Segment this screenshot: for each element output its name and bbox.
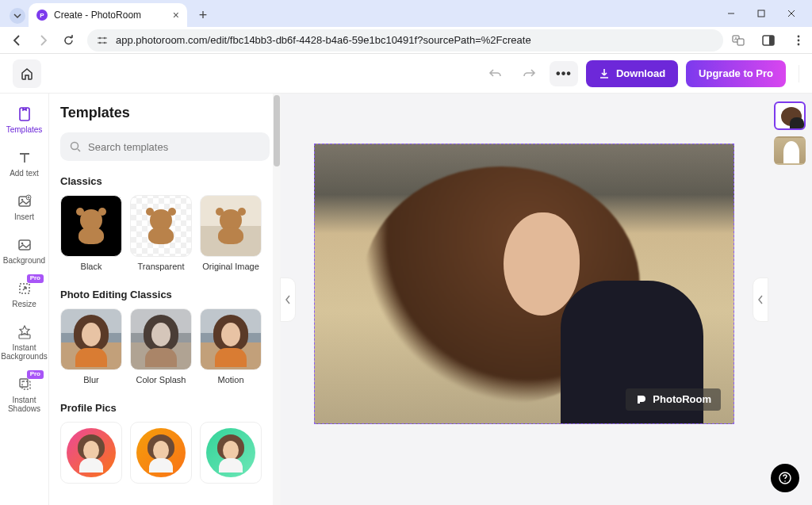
search-input[interactable]	[88, 141, 260, 153]
svg-point-13	[798, 35, 800, 37]
url-text: app.photoroom.com/edit/fbc14bb3-db6f-442…	[116, 34, 715, 46]
section-profile-title: Profile Pics	[60, 402, 270, 414]
svg-rect-1	[758, 10, 764, 17]
divider	[799, 65, 799, 82]
canvas-area[interactable]: PhotoRoom	[281, 94, 768, 505]
more-button[interactable]: •••	[550, 61, 578, 86]
redo-button[interactable]	[516, 61, 542, 86]
upgrade-label: Upgrade to Pro	[699, 67, 773, 79]
template-profile-3[interactable]	[200, 422, 262, 484]
template-motion[interactable]: Motion	[200, 308, 262, 397]
help-button[interactable]	[771, 464, 799, 492]
site-settings-icon[interactable]	[95, 33, 109, 48]
maximize-button[interactable]	[747, 3, 776, 24]
canvas[interactable]: PhotoRoom	[314, 143, 734, 424]
rail-label: Insert	[14, 212, 34, 221]
tab-title: Create - PhotoRoom	[54, 10, 167, 21]
panel-title: Templates	[60, 105, 270, 121]
template-profile-2[interactable]	[130, 422, 192, 484]
svg-rect-9	[737, 39, 744, 45]
translate-icon[interactable]: A	[731, 33, 745, 48]
new-tab-button[interactable]: +	[195, 7, 211, 24]
forward-button[interactable]	[32, 29, 54, 52]
search-box[interactable]	[60, 132, 270, 161]
left-rail: Templates Add text Insert Background Pro…	[0, 94, 49, 505]
search-icon	[70, 141, 82, 153]
back-button[interactable]	[6, 29, 29, 52]
topbar: ••• Download Upgrade to Pro	[0, 54, 812, 94]
upgrade-button[interactable]: Upgrade to Pro	[686, 60, 786, 87]
rail-label: Add text	[10, 169, 39, 178]
svg-line-27	[78, 149, 80, 151]
tab-strip: P Create - PhotoRoom × +	[0, 0, 812, 27]
svg-point-29	[784, 480, 786, 482]
layers-panel	[768, 94, 812, 505]
rail-instant-shadows[interactable]: Pro Instant Shadows	[0, 369, 48, 421]
templates-panel: Templates Classics Black Transparent	[49, 94, 281, 505]
svg-rect-25	[22, 381, 30, 389]
svg-point-21	[21, 243, 23, 245]
rail-label: Resize	[12, 300, 36, 308]
collapse-panel-button[interactable]	[280, 277, 296, 322]
close-icon[interactable]: ×	[173, 9, 179, 21]
template-original[interactable]: Original Image	[200, 195, 262, 284]
rail-add-text[interactable]: Add text	[0, 142, 48, 186]
svg-rect-23	[19, 335, 30, 339]
url-box[interactable]: app.photoroom.com/edit/fbc14bb3-db6f-442…	[87, 29, 723, 52]
app: ••• Download Upgrade to Pro Templates Ad…	[0, 54, 812, 505]
background-icon	[17, 237, 33, 253]
templates-icon	[17, 106, 33, 122]
rail-label: Instant Backgrounds	[1, 343, 47, 361]
browser-menu-icon[interactable]	[791, 33, 806, 48]
insert-icon	[17, 193, 33, 209]
rail-templates[interactable]: Templates	[0, 98, 48, 142]
template-profile-1[interactable]	[60, 422, 122, 484]
pro-badge: Pro	[27, 370, 44, 379]
pro-badge: Pro	[27, 274, 44, 283]
template-blur[interactable]: Blur	[60, 308, 122, 397]
rail-resize[interactable]: Pro Resize	[0, 273, 48, 316]
download-label: Download	[616, 67, 665, 79]
layer-foreground[interactable]	[774, 101, 806, 130]
rail-background[interactable]: Background	[0, 229, 48, 273]
browser-tab[interactable]: P Create - PhotoRoom ×	[29, 3, 187, 27]
layer-background[interactable]	[774, 136, 806, 165]
svg-text:A: A	[734, 36, 737, 41]
svg-point-15	[798, 43, 800, 45]
template-black[interactable]: Black	[60, 195, 122, 284]
minimize-button[interactable]	[717, 3, 745, 24]
rail-label: Instant Shadows	[2, 396, 47, 413]
svg-point-18	[21, 199, 23, 201]
template-transparent[interactable]: Transparent	[130, 195, 192, 284]
rail-label: Templates	[6, 125, 43, 134]
download-icon	[599, 68, 610, 79]
shadows-icon	[17, 377, 33, 392]
home-button[interactable]	[13, 59, 41, 88]
rail-insert[interactable]: Insert	[0, 186, 48, 229]
address-bar: app.photoroom.com/edit/fbc14bb3-db6f-442…	[0, 27, 812, 54]
section-photo-editing-title: Photo Editing Classics	[60, 289, 270, 300]
svg-rect-24	[20, 379, 28, 387]
favicon: P	[36, 10, 48, 21]
window-controls	[717, 3, 806, 24]
tab-dropdown[interactable]	[10, 8, 25, 24]
instant-bg-icon	[17, 324, 33, 340]
close-window-button[interactable]	[777, 3, 806, 24]
rail-instant-backgrounds[interactable]: Instant Backgrounds	[0, 316, 48, 369]
template-color-splash[interactable]: Color Splash	[130, 308, 192, 397]
text-icon	[17, 150, 33, 166]
section-classics-title: Classics	[60, 175, 270, 187]
browser-chrome: P Create - PhotoRoom × + app.photoroom.c…	[0, 0, 812, 54]
collapse-layers-button[interactable]	[753, 277, 768, 322]
svg-point-14	[798, 39, 800, 41]
svg-rect-12	[769, 36, 774, 45]
download-button[interactable]: Download	[586, 60, 678, 87]
watermark: PhotoRoom	[626, 388, 721, 411]
reload-button[interactable]	[57, 29, 79, 52]
rail-label: Background	[3, 256, 45, 265]
side-panel-icon[interactable]	[761, 33, 776, 48]
svg-point-26	[71, 142, 79, 149]
undo-button[interactable]	[483, 61, 508, 86]
app-body: Templates Add text Insert Background Pro…	[0, 94, 812, 505]
photoroom-logo-icon	[635, 393, 648, 406]
